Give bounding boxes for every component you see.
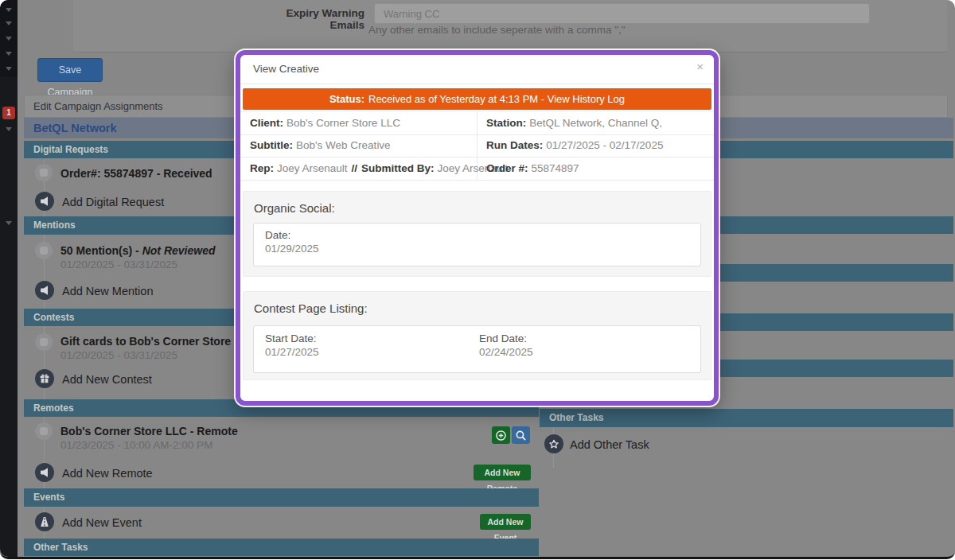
contest-page-listing-panel: Contest Page Listing: Start Date: 01/27/…	[243, 291, 711, 380]
status-circle-icon	[35, 164, 53, 181]
status-circle-icon	[35, 333, 53, 351]
close-icon[interactable]: ×	[696, 60, 704, 73]
add-new-event-button[interactable]: Add New Event	[480, 514, 531, 530]
expiry-warning-emails-label: Expiry Warning Emails	[271, 7, 364, 31]
email-helper-text: Any other emails to include seperate wit…	[368, 24, 625, 36]
separator: //	[352, 162, 358, 174]
chevron-down-icon[interactable]	[6, 221, 12, 225]
mention-item-status: Not Reviewed	[142, 244, 216, 257]
rep-value: Joey Arsenault	[277, 162, 348, 174]
station-value: BetQL Network, Channel Q,	[529, 117, 662, 129]
client-value: Bob's Corner Store LLC	[286, 117, 400, 129]
warning-cc-input[interactable]	[374, 3, 870, 24]
status-label: Status:	[329, 93, 364, 105]
start-date-label: Start Date:	[265, 332, 317, 344]
add-new-remote-button[interactable]: Add New Remote	[474, 465, 531, 480]
chevron-down-icon[interactable]	[6, 52, 12, 56]
section-bar-events: Events	[24, 488, 539, 507]
road-icon[interactable]	[35, 512, 54, 531]
section-bar-other-tasks-right: Other Tasks	[540, 409, 953, 427]
client-label: Client:	[250, 117, 283, 129]
modal-header: View Creative ×	[240, 55, 714, 84]
organic-social-heading: Organic Social:	[254, 201, 335, 215]
mention-item-text: 50 Mention(s) -	[60, 244, 142, 257]
order-number-label: Order #:	[486, 162, 528, 174]
megaphone-icon[interactable]	[35, 192, 54, 211]
gift-icon[interactable]	[35, 369, 54, 388]
app-window: Expiry Warning Emails Any other emails t…	[0, 0, 955, 559]
end-date-value: 02/24/2025	[479, 346, 533, 358]
subtitle-value: Bob's Web Creative	[296, 139, 391, 151]
chevron-down-icon[interactable]	[6, 21, 12, 25]
end-date-label: End Date:	[479, 332, 527, 344]
modal-title: View Creative	[253, 63, 319, 75]
chevron-down-icon[interactable]	[6, 8, 12, 12]
megaphone-icon[interactable]	[35, 463, 54, 482]
start-date-value: 01/27/2025	[265, 346, 319, 358]
table-row: Rep:Joey Arsenault//Submitted By:Joey Ar…	[240, 157, 714, 181]
subtitle-label: Subtitle:	[250, 139, 293, 151]
organic-social-box: Date: 01/29/2025	[253, 223, 701, 266]
station-name: BetQL Network	[33, 122, 116, 134]
date-value: 01/29/2025	[265, 243, 319, 255]
submitted-by-label: Submitted By:	[361, 162, 435, 174]
digital-request-item[interactable]: Order#: 55874897 - Received	[60, 167, 212, 180]
add-new-mention-link[interactable]: Add New Mention	[62, 285, 153, 298]
view-creative-modal: View Creative × Status:Received as of Ye…	[236, 50, 719, 406]
add-new-event-link[interactable]: Add New Event	[62, 516, 142, 529]
add-digital-request-link[interactable]: Add Digital Request	[62, 196, 164, 208]
status-circle-icon	[35, 242, 53, 259]
date-label: Date:	[265, 229, 290, 241]
add-circle-button[interactable]	[492, 426, 510, 444]
chevron-down-icon[interactable]	[6, 37, 12, 41]
rep-label: Rep:	[250, 162, 274, 174]
chevron-down-icon[interactable]	[6, 127, 12, 131]
add-new-contest-link[interactable]: Add New Contest	[62, 373, 152, 386]
remote-item-dates: 01/23/2025 - 10:00 AM-2:00 PM	[60, 439, 212, 451]
status-circle-icon	[35, 422, 53, 440]
status-banner[interactable]: Status:Received as of Yesterday at 4:13 …	[243, 88, 711, 110]
run-dates-value: 01/27/2025 - 02/17/2025	[546, 139, 663, 151]
run-dates-label: Run Dates:	[486, 139, 543, 151]
order-number-value: 55874897	[532, 162, 579, 174]
contest-item-dates: 01/20/2025 - 03/31/2025	[60, 349, 177, 361]
organic-social-panel: Organic Social: Date: 01/29/2025	[243, 191, 711, 277]
mention-item-dates: 01/20/2025 - 03/31/2025	[60, 259, 177, 270]
remote-item[interactable]: Bob's Corner Store LLC - Remote	[60, 425, 238, 438]
table-row: Subtitle:Bob's Web Creative Run Dates:01…	[240, 134, 714, 158]
column-divider	[477, 111, 477, 134]
mention-item[interactable]: 50 Mention(s) - Not Reviewed	[60, 244, 215, 257]
search-button[interactable]	[512, 426, 530, 444]
section-bar-other-tasks: Other Tasks	[24, 539, 539, 556]
table-row: Client:Bob's Corner Store LLC Station:Be…	[240, 111, 714, 135]
contest-page-listing-heading: Contest Page Listing:	[254, 301, 368, 315]
add-other-task-link[interactable]: Add Other Task	[570, 438, 649, 451]
chevron-down-icon[interactable]	[6, 67, 12, 71]
contest-page-listing-box: Start Date: 01/27/2025 End Date: 02/24/2…	[253, 325, 701, 373]
station-label: Station:	[486, 117, 526, 129]
status-text: Received as of Yesterday at 4:13 PM - Vi…	[368, 93, 625, 105]
save-campaign-button[interactable]: Save Campaign	[37, 58, 103, 82]
column-divider	[477, 134, 477, 157]
notification-badge: 1	[2, 107, 15, 119]
megaphone-icon[interactable]	[35, 281, 54, 300]
add-new-remote-link[interactable]: Add New Remote	[62, 467, 153, 480]
star-icon[interactable]	[544, 434, 563, 453]
collapsed-sidebar: 1	[0, 0, 18, 557]
